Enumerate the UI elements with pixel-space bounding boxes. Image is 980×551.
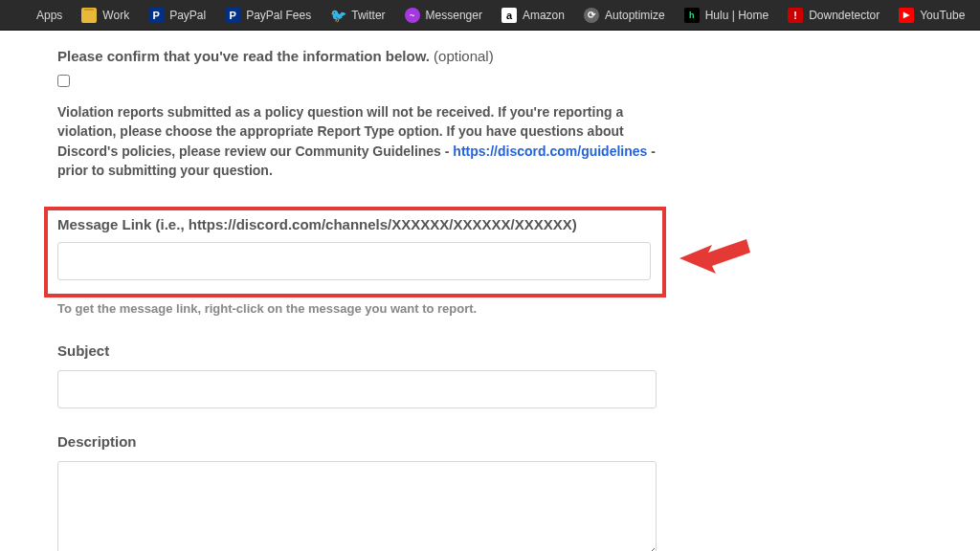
- bookmark-downdetector[interactable]: ! Downdetector: [780, 4, 887, 27]
- bookmark-label: Twitter: [351, 9, 385, 22]
- svg-marker-1: [679, 239, 750, 274]
- bookmark-label: Messenger: [426, 9, 482, 22]
- description-label: Description: [57, 433, 923, 450]
- bookmark-label: Work: [102, 9, 129, 22]
- confirm-heading-text: Please confirm that you've read the info…: [57, 48, 430, 64]
- bookmark-twitch[interactable]: ⎇ Twitch: [976, 4, 980, 27]
- bookmark-paypal[interactable]: P PayPal: [141, 4, 213, 27]
- bookmark-apps[interactable]: Apps: [8, 4, 70, 27]
- bookmarks-bar: Apps Work P PayPal P PayPal Fees 🐦 Twitt…: [0, 0, 980, 31]
- bookmark-autoptimize[interactable]: ⟳ Autoptimize: [576, 4, 673, 27]
- bookmark-twitter[interactable]: 🐦 Twitter: [323, 4, 392, 27]
- guidelines-link[interactable]: https://discord.com/guidelines: [453, 143, 647, 159]
- bookmark-youtube[interactable]: ▶ YouTube: [891, 4, 972, 27]
- form-content: Please confirm that you've read the info…: [0, 31, 980, 551]
- bookmark-label: Autoptimize: [605, 9, 665, 22]
- bookmark-work[interactable]: Work: [74, 4, 137, 27]
- message-link-highlight: Message Link (i.e., https://discord.com/…: [44, 207, 666, 298]
- apps-grid-icon: [15, 8, 31, 23]
- disclaimer-text: Violation reports submitted as a policy …: [57, 102, 670, 180]
- message-link-helper: To get the message link, right-click on …: [57, 301, 923, 316]
- downdetector-icon: !: [788, 8, 803, 23]
- messenger-icon: ~: [405, 8, 420, 23]
- folder-icon: [81, 8, 97, 23]
- paypal-icon: P: [148, 8, 164, 23]
- confirm-heading: Please confirm that you've read the info…: [57, 48, 923, 64]
- bookmark-label: Apps: [36, 9, 62, 22]
- message-link-input[interactable]: [57, 242, 651, 280]
- bookmark-hulu[interactable]: h Hulu | Home: [677, 4, 776, 27]
- annotation-arrow-icon: [679, 231, 756, 289]
- message-link-label: Message Link (i.e., https://discord.com/…: [57, 216, 653, 232]
- bookmark-label: Amazon: [523, 9, 565, 22]
- subject-label: Subject: [57, 342, 923, 359]
- autoptimize-icon: ⟳: [584, 8, 599, 23]
- confirm-heading-optional: (optional): [434, 48, 494, 64]
- bookmark-label: Downdetector: [809, 9, 880, 22]
- amazon-icon: a: [501, 8, 517, 23]
- description-textarea[interactable]: [57, 461, 657, 551]
- bookmark-label: YouTube: [920, 9, 965, 22]
- bookmark-messenger[interactable]: ~ Messenger: [397, 4, 490, 27]
- bookmark-label: Hulu | Home: [705, 9, 768, 22]
- bookmark-paypal-fees[interactable]: P PayPal Fees: [217, 4, 319, 27]
- confirm-checkbox[interactable]: [57, 75, 70, 87]
- bookmark-label: PayPal Fees: [246, 9, 311, 22]
- hulu-icon: h: [684, 8, 700, 23]
- bookmark-amazon[interactable]: a Amazon: [494, 4, 572, 27]
- subject-input[interactable]: [57, 370, 657, 408]
- paypal-icon: P: [225, 8, 240, 23]
- twitter-icon: 🐦: [330, 8, 345, 23]
- youtube-icon: ▶: [899, 8, 914, 23]
- bookmark-label: PayPal: [169, 9, 206, 22]
